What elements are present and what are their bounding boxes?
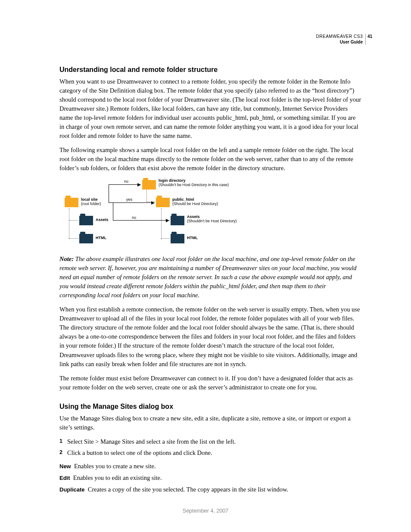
definition-item: Duplicate Creates a copy of the site you… [59,485,361,494]
arrow-icon [113,220,169,221]
body-paragraph: The following example shows a sample loc… [59,146,361,173]
folder-label: local site (root folder) [81,198,101,206]
folder-label: login directory (Shouldn’t be Host Direc… [159,179,229,187]
definition-term: Edit [59,475,70,481]
diagram-tag: no [124,180,128,184]
body-paragraph: When you first establish a remote connec… [59,305,361,368]
definition-term: New [59,463,71,470]
definition-desc: Enables you to create a new site. [74,463,156,470]
arrow-icon [109,184,140,185]
guide-name: User Guide [340,40,363,44]
body-paragraph: Use the Manage Sites dialog box to creat… [59,414,361,432]
definition-desc: Enables you to edit an existing site. [73,474,162,481]
folder-icon [65,198,78,207]
diagram-tag: yes [126,198,132,202]
folder-label: HTML [96,236,106,240]
folder-structure-diagram: local site (root folder) Assets HTML log… [60,178,237,247]
heading-manage-sites: Using the Manage Sites dialog box [59,401,361,411]
folder-icon [79,216,93,225]
folder-icon [171,216,184,225]
note-paragraph: Note: The above example illustrates one … [59,255,361,300]
definition-item: New Enables you to create a new site. [59,462,361,471]
definition-item: Edit Enables you to edit an existing sit… [59,473,361,482]
page-footer-date: September 4, 2007 [0,507,411,515]
folder-label: Assets (Shouldn’t be Host Directory) [187,215,237,224]
numbered-steps: 1 Select Site > Manage Sites and select … [59,437,361,457]
folder-label: Assets [96,218,109,222]
note-label: Note: [59,255,74,262]
diagram-tag: no [132,216,136,220]
folder-icon [79,234,93,243]
step-item: 2 Click a button to select one of the op… [59,448,361,457]
folder-label: HTML [187,236,198,240]
step-item: 1 Select Site > Manage Sites and select … [59,437,361,446]
page-number: 41 [367,34,372,40]
folder-icon [171,234,184,243]
body-paragraph: When you want to use Dreamweaver to conn… [59,77,361,140]
step-number: 1 [59,437,62,445]
page-header: DREAMWEAVER CS3 User Guide [316,34,366,45]
heading-folder-structure: Understanding local and remote folder st… [59,65,361,75]
definition-term: Duplicate [59,486,85,493]
folder-label: public_html (Should be Host Directory) [172,198,218,206]
definition-desc: Creates a copy of the site you selected.… [88,486,288,493]
product-name: DREAMWEAVER CS3 [316,34,363,39]
folder-icon [142,180,156,190]
step-number: 2 [59,448,62,456]
body-paragraph: The remote folder must exist before Drea… [59,374,361,392]
folder-icon [156,198,170,207]
arrow-icon [109,202,154,203]
